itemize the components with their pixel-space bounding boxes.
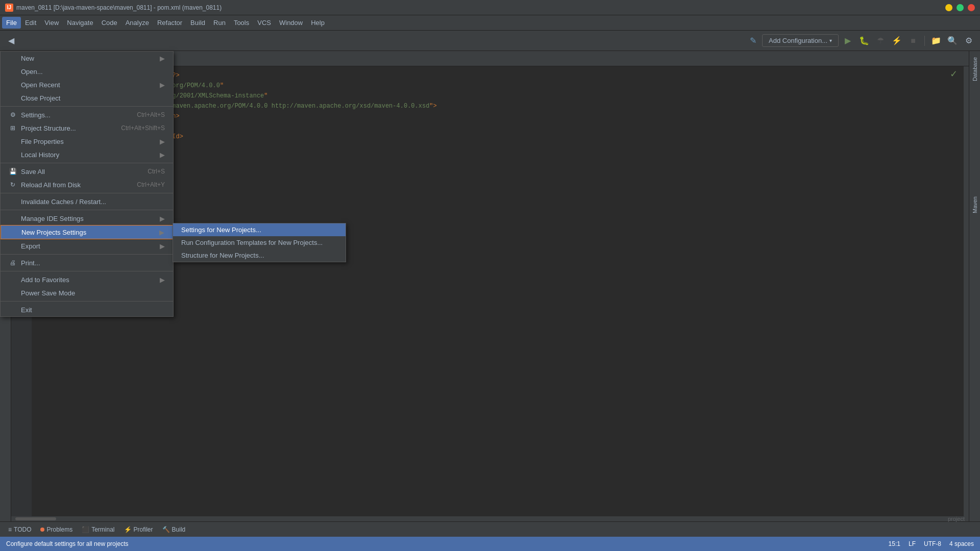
- todo-tab[interactable]: ≡ TODO: [4, 524, 35, 535]
- close-button[interactable]: [968, 4, 975, 11]
- build-tab[interactable]: 🔨 Build: [158, 524, 190, 535]
- file-menu-dropdown: New ▶ Open... Open Recent ▶: [0, 51, 174, 317]
- menu-refactor[interactable]: Refactor: [153, 17, 186, 29]
- separator-1: [1, 106, 173, 107]
- indent-info[interactable]: 4 spaces: [949, 540, 974, 547]
- new-projects-submenu-popup: Settings for New Projects... Run Configu…: [173, 223, 346, 262]
- menu-save-all[interactable]: 💾 Save All Ctrl+S: [1, 165, 173, 178]
- run-button[interactable]: ▶: [841, 34, 855, 48]
- menu-new-projects-settings[interactable]: New Projects Settings ▶ Settings for New…: [1, 225, 173, 239]
- profiler-label: Profiler: [134, 526, 153, 533]
- save-shortcut: Ctrl+S: [148, 168, 165, 175]
- settings-shortcut: Ctrl+Alt+S: [137, 111, 165, 118]
- maximize-button[interactable]: [957, 4, 964, 11]
- build-label: Build: [172, 526, 186, 533]
- vertical-scrollbar[interactable]: [964, 66, 969, 516]
- h-scroll-thumb[interactable]: [15, 517, 56, 520]
- menu-run[interactable]: Run: [209, 17, 230, 29]
- add-config-dropdown-icon: ▾: [829, 38, 832, 43]
- project-structure-shortcut: Ctrl+Alt+Shift+S: [121, 124, 165, 132]
- terminal-icon: ⬛: [82, 526, 89, 533]
- scratch-icon[interactable]: ✎: [746, 34, 760, 48]
- submenu-arrow-export: ▶: [160, 242, 165, 250]
- minimize-button[interactable]: [945, 4, 952, 11]
- menu-file[interactable]: File: [2, 17, 21, 29]
- todo-list-icon: ≡: [8, 526, 12, 533]
- menu-build[interactable]: Build: [186, 17, 209, 29]
- coverage-button[interactable]: ☂: [873, 34, 888, 48]
- profile-button[interactable]: ⚡: [890, 34, 904, 48]
- submenu-arrow-new: ▶: [160, 55, 165, 62]
- find-button[interactable]: 🔍: [945, 34, 960, 48]
- problems-indicator-icon: [40, 528, 44, 532]
- status-right-panel: 15:1 LF UTF-8 4 spaces: [889, 540, 974, 547]
- menu-local-history[interactable]: Local History ▶: [1, 148, 173, 161]
- right-panel-tabs: Database Maven: [969, 51, 980, 521]
- submenu-structure-new-projects[interactable]: Structure for New Projects...: [173, 249, 346, 262]
- menu-project-structure[interactable]: ⊞ Project Structure... Ctrl+Alt+Shift+S: [1, 121, 173, 135]
- new-projects-icon: [9, 228, 17, 236]
- problems-tab[interactable]: Problems: [36, 524, 77, 535]
- code-line-2: <project xmlns="http://maven.apache.org/…: [40, 81, 955, 91]
- menu-code[interactable]: Code: [97, 17, 121, 29]
- build-icon: 🔨: [162, 526, 170, 533]
- toolbar: ◀ ✎ Add Configuration... ▾ ▶ 🐛 ☂ ⚡ ■ 📁 🔍…: [0, 31, 980, 51]
- menu-window[interactable]: Window: [275, 17, 307, 29]
- menu-new[interactable]: New ▶: [1, 52, 173, 65]
- submenu-settings-new-projects[interactable]: Settings for New Projects...: [173, 223, 346, 236]
- separator-6: [1, 271, 173, 271]
- menu-export[interactable]: Export ▶: [1, 239, 173, 253]
- todo-label: TODO: [14, 526, 31, 533]
- menu-reload[interactable]: ↻ Reload All from Disk Ctrl+Alt+Y: [1, 178, 173, 191]
- line-ending[interactable]: LF: [909, 540, 916, 547]
- menu-analyze[interactable]: Analyze: [121, 17, 153, 29]
- window-title: maven_0811 [D:\java-maven-space\maven_08…: [16, 4, 222, 11]
- maven-panel-tab[interactable]: Maven: [970, 192, 980, 217]
- code-line-8: <artifactId>maven_0811</artifactId>: [40, 132, 955, 142]
- window-controls[interactable]: [945, 4, 975, 11]
- separator-7: [1, 301, 173, 302]
- add-configuration-button[interactable]: Add Configuration... ▾: [762, 34, 839, 47]
- menu-add-favorites[interactable]: Add to Favorites ▶: [1, 273, 173, 286]
- menu-help[interactable]: Help: [307, 17, 329, 29]
- menu-invalidate-caches[interactable]: Invalidate Caches / Restart...: [1, 195, 173, 208]
- menu-settings[interactable]: ⚙ Settings... Ctrl+Alt+S: [1, 108, 173, 121]
- profiler-tab[interactable]: ⚡ Profiler: [120, 524, 157, 535]
- submenu-run-config-templates[interactable]: Run Configuration Templates for New Proj…: [173, 236, 346, 249]
- menu-manage-ide-settings[interactable]: Manage IDE Settings ▶: [1, 212, 173, 225]
- menu-power-save[interactable]: Power Save Mode: [1, 286, 173, 299]
- terminal-label: Terminal: [91, 526, 114, 533]
- terminal-tab[interactable]: ⬛ Terminal: [78, 524, 118, 535]
- menu-close-project[interactable]: Close Project: [1, 91, 173, 105]
- file-menu-list: New ▶ Open... Open Recent ▶: [0, 51, 174, 317]
- horizontal-scrollbar[interactable]: project: [11, 516, 969, 521]
- menu-tools[interactable]: Tools: [230, 17, 253, 29]
- back-button[interactable]: ◀: [4, 34, 18, 48]
- code-line-4: xsi:schemaLocation="http://maven.apache.…: [40, 101, 955, 111]
- menu-open-recent[interactable]: Open Recent ▶: [1, 78, 173, 91]
- favorites-icon: [9, 276, 17, 284]
- menu-open[interactable]: Open...: [1, 65, 173, 78]
- status-bar: Configure default settings for all new p…: [0, 537, 980, 551]
- settings-gear-icon[interactable]: ⚙: [962, 34, 976, 48]
- code-line-7: <groupId>com.yzh7</groupId>: [40, 121, 955, 132]
- print-icon: 🖨: [9, 259, 17, 267]
- menu-print[interactable]: 🖨 Print...: [1, 256, 173, 269]
- menu-exit[interactable]: Exit: [1, 303, 173, 316]
- database-panel-tab[interactable]: Database: [970, 53, 980, 85]
- project-panel-button[interactable]: 📁: [929, 34, 943, 48]
- menu-edit[interactable]: Edit: [21, 17, 40, 29]
- cursor-position[interactable]: 15:1: [889, 540, 900, 547]
- submenu-arrow-recent: ▶: [160, 81, 165, 89]
- menu-navigate[interactable]: Navigate: [63, 17, 97, 29]
- bottom-tabs-bar: ≡ TODO Problems ⬛ Terminal ⚡ Profiler 🔨 …: [0, 521, 980, 537]
- menu-vcs[interactable]: VCS: [253, 17, 275, 29]
- encoding[interactable]: UTF-8: [924, 540, 941, 547]
- separator-5: [1, 254, 173, 255]
- menu-view[interactable]: View: [40, 17, 63, 29]
- stop-button[interactable]: ■: [906, 34, 920, 48]
- code-line-3: xmlns:xsi="http://www.w3.org/2001/XMLSch…: [40, 91, 955, 101]
- debug-button[interactable]: 🐛: [857, 34, 871, 48]
- submenu-arrow-manage: ▶: [160, 215, 165, 222]
- menu-file-properties[interactable]: File Properties ▶: [1, 135, 173, 148]
